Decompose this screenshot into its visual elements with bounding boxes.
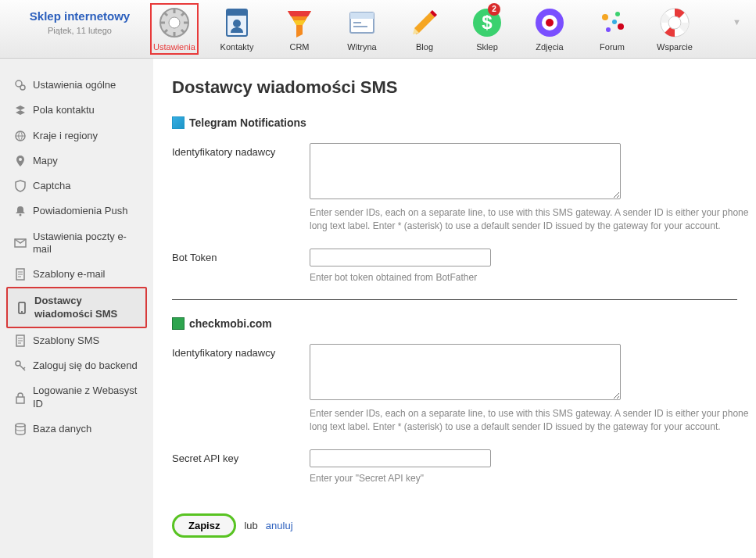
app-sklep[interactable]: $2Sklep [463, 6, 511, 52]
app-kontakty[interactable]: Kontakty [213, 6, 261, 52]
hint-telegram-sender: Enter sender IDs, each on a separate lin… [310, 206, 756, 233]
doc-icon [14, 334, 27, 347]
brand-block: Sklep internetowy Piątek, 11 lutego [9, 6, 150, 35]
telegram-icon [172, 116, 185, 129]
svg-rect-7 [353, 22, 361, 23]
mail-icon [14, 237, 27, 249]
svg-point-24 [19, 158, 22, 161]
telegram-sender-ids-input[interactable] [310, 143, 621, 199]
section-divider [172, 299, 737, 300]
svg-point-1 [169, 17, 180, 28]
sidebar-item-0[interactable]: Ustawienia ogólne [6, 73, 147, 98]
app-label: Blog [400, 42, 449, 52]
or-text: lub [244, 520, 257, 531]
app-blog[interactable]: Blog [400, 6, 449, 52]
sidebar-item-4[interactable]: Captcha [6, 173, 147, 199]
app-label: Ustawienia [152, 42, 197, 52]
confetti-icon [596, 6, 629, 39]
save-button[interactable]: Zapisz [172, 513, 236, 538]
checkmobi-icon [172, 317, 185, 330]
svg-rect-32 [16, 397, 24, 403]
sidebar-item-5[interactable]: Powiadomienia Push [6, 199, 147, 224]
db-icon [14, 423, 27, 435]
app-witryna[interactable]: Witryna [338, 6, 386, 52]
svg-point-20 [668, 16, 681, 29]
checkmobi-sender-ids-input[interactable] [310, 344, 621, 400]
sidebar-item-label: Baza danych [33, 423, 91, 435]
sidebar-item-11[interactable]: Logowanie z Webasyst ID [6, 378, 147, 417]
app-label: Wsparcie [650, 42, 699, 52]
app-label: Kontakty [213, 42, 261, 52]
sidebar-item-label: Zaloguj się do backend [33, 359, 138, 372]
app-wsparcie[interactable]: Wsparcie [650, 6, 699, 52]
phone-icon [16, 302, 28, 314]
app-crm[interactable]: CRM [275, 6, 324, 52]
app-ustawienia[interactable]: Ustawienia [150, 3, 199, 55]
label-sender-ids: Identyfikatory nadawcy [172, 143, 310, 158]
lock-icon [14, 392, 27, 404]
svg-point-16 [618, 23, 624, 30]
hint-checkmobi-sender: Enter sender IDs, each on a separate lin… [310, 407, 756, 434]
label-secret-key: Secret API key [172, 449, 310, 464]
window-icon [346, 6, 378, 39]
layers-icon [14, 104, 27, 116]
app-label: Sklep [463, 42, 511, 52]
app-zdjęcia[interactable]: Zdjęcia [525, 6, 574, 52]
secret-api-key-input[interactable] [310, 449, 491, 467]
bell-icon [14, 205, 27, 217]
svg-point-17 [606, 27, 611, 32]
sidebar-item-12[interactable]: Baza danych [6, 417, 147, 442]
globe-icon [14, 130, 27, 142]
svg-point-18 [612, 20, 617, 24]
doc-icon [14, 268, 27, 281]
svg-point-13 [546, 19, 554, 27]
label-bot-token: Bot Token [172, 249, 310, 263]
page-title: Dostawcy wiadomości SMS [172, 77, 756, 98]
hint-bot-token: Enter bot token obtained from BotFather [310, 271, 756, 284]
app-forum[interactable]: Forum [588, 6, 636, 52]
gear-icon [158, 6, 191, 39]
hint-secret-key: Enter your "Secret API key" [310, 472, 756, 485]
sidebar-item-label: Ustawienia poczty e-mail [33, 231, 139, 256]
sidebar-item-label: Mapy [33, 155, 58, 167]
apps-more-chevron[interactable]: ▼ [733, 17, 747, 27]
svg-point-33 [16, 424, 25, 427]
sidebar-item-9[interactable]: Szablony SMS [6, 328, 147, 353]
key-icon [14, 359, 27, 372]
svg-point-25 [20, 214, 22, 216]
sidebar-item-6[interactable]: Ustawienia poczty e-mail [6, 224, 147, 263]
app-label: Witryna [338, 42, 386, 52]
sidebar-item-7[interactable]: Szablony e-mail [6, 262, 147, 287]
sidebar-item-label: Kraje i regiony [33, 130, 98, 142]
sidebar-item-label: Logowanie z Webasyst ID [33, 385, 139, 410]
shield-icon [14, 180, 27, 192]
sidebar-item-2[interactable]: Kraje i regiony [6, 123, 147, 148]
contact-icon [220, 6, 253, 39]
svg-rect-6 [350, 13, 374, 19]
svg-point-15 [615, 12, 620, 16]
shop-title[interactable]: Sklep internetowy [9, 9, 150, 23]
section-checkmobi: checkmobi.com [172, 317, 756, 330]
app-label: Forum [588, 42, 636, 52]
pencil-icon [408, 6, 441, 39]
label-checkmobi-sender-ids: Identyfikatory nadawcy [172, 344, 310, 359]
badge: 2 [488, 3, 500, 16]
bot-token-input[interactable] [310, 249, 491, 266]
sidebar-item-1[interactable]: Pola kontaktu [6, 98, 147, 123]
ball-icon [533, 6, 566, 39]
sidebar-item-10[interactable]: Zaloguj się do backend [6, 353, 147, 378]
dollar-icon: $2 [471, 6, 503, 39]
lifebuoy-icon [658, 6, 691, 39]
gears-icon [14, 79, 27, 91]
cancel-link[interactable]: anuluj [266, 520, 293, 531]
sidebar-item-label: Ustawienia ogólne [33, 79, 116, 91]
pin-icon [14, 155, 27, 167]
svg-rect-3 [227, 9, 247, 16]
sidebar-item-label: Szablony SMS [33, 334, 99, 347]
sidebar-item-label: Powiadomienia Push [33, 205, 127, 217]
sidebar-item-3[interactable]: Mapy [6, 148, 147, 173]
sidebar-item-8[interactable]: Dostawcy wiadomości SMS [6, 287, 147, 328]
sidebar-item-label: Captcha [33, 180, 70, 192]
sidebar-item-label: Szablony e-mail [33, 268, 106, 281]
current-date: Piątek, 11 lutego [9, 26, 150, 35]
